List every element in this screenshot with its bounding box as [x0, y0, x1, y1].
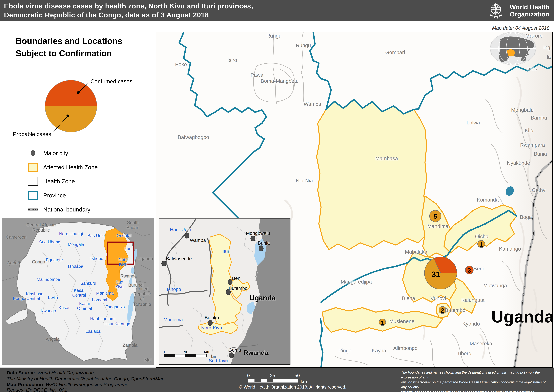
zone-label-gethy: Gethy [532, 187, 546, 193]
footer-scalebar [248, 379, 298, 383]
city-label-butembo: Butembo [229, 286, 247, 291]
footer-map-production: Map Production: WHO Health Emergencies P… [7, 382, 128, 387]
country-label-angola: Angola [46, 336, 60, 342]
city-dot-bunia [259, 245, 264, 251]
city-dot-buluko [208, 320, 213, 326]
country-label-uganda: Uganda [137, 256, 153, 261]
who-name-line1: World Health [510, 3, 549, 11]
inset-country-label-uganda: Uganda [249, 294, 276, 302]
province-label-hautkatanga: Haut Katanga [104, 322, 130, 326]
legend-item-label: Health Zone [43, 178, 75, 185]
legend-row-affected: Affected Health Zone [28, 160, 98, 174]
city-dot-wamba [184, 233, 189, 238]
inset-province-label-hautuele: Haut-Uele [170, 227, 191, 232]
zone-label-biena: Biena [402, 295, 415, 301]
probable-cases-label: Probable cases [13, 131, 51, 137]
inset-province-label-tshopo: Tshopo [166, 287, 181, 292]
province-label-maindombe: Mai ndombe [37, 277, 60, 282]
province-label-kwilu: Kwilu [48, 295, 58, 300]
province-label-lomami: Lomami [92, 298, 107, 302]
country-label-cameroon: Cameroon [6, 234, 27, 240]
confirmed-cases-label: Confirmed cases [91, 78, 132, 85]
legend-row-natl: National boundary [28, 203, 98, 217]
regional-inset[interactable]: Haut-UeleIturiTshopoManiemaNord-KivuSud-… [159, 218, 290, 365]
page: Ebola virus disease cases by health zone… [0, 0, 554, 392]
country-label-rwanda: Rwanda [120, 273, 137, 279]
zone-label-kyondo: Kyondo [463, 321, 480, 327]
inset-scale-unit: km [211, 355, 216, 358]
province-label-ituri: Ituri [124, 246, 131, 251]
zone-label-manguredjipa: Manguredjipa [341, 279, 372, 285]
who-name-line2: Organization [510, 11, 549, 18]
inset-province-label-sudkivu: Sud-Kivu [209, 358, 228, 364]
city-label-buluko: Buluko [205, 315, 219, 320]
map-production-label: Map Production [7, 382, 43, 387]
inset-scale-140: 140 [203, 350, 209, 354]
city-dot-bafwasende [161, 261, 166, 266]
city-dot-mongbwalu [251, 236, 255, 241]
legend-item-label: Major city [43, 150, 68, 156]
who-name: World Health Organization [510, 3, 549, 18]
city-dot-goma [229, 352, 234, 358]
zone-label-mutwanga: Mutwanga [483, 282, 507, 288]
zone-label-bomamangbetu: Boma-Mangbetu [261, 78, 299, 84]
drc-inset-label-layer: Central African RepublicCameroonSouth Su… [2, 218, 154, 364]
footer-request-id: Request ID: DRCE_NK_001 [7, 387, 67, 392]
map-production-text: : WHO Health Emergencies Programme [43, 382, 128, 387]
city-label-beni: Beni [232, 276, 241, 281]
province-label-nordubangi: Nord Ubangi [59, 231, 83, 236]
zone-label-bunia: Bunia [534, 151, 547, 157]
province-label-sudubangi: Sud Ubangi [39, 240, 61, 245]
city-label-goma: Goma [228, 347, 241, 353]
city-label-mongbwalu: Mongbwalu [246, 231, 270, 236]
province-label-kinshasa: Kinshasa [26, 292, 43, 296]
drc-country-inset[interactable]: Central African RepublicCameroonSouth Su… [2, 218, 154, 365]
zone-label-lolwa: Lolwa [467, 120, 480, 126]
zone-label-kayna: Kayna [372, 348, 386, 354]
zone-label-alimbongo: Alimbongo [393, 345, 417, 351]
legend-icon-box [28, 163, 38, 172]
city-dot-beni [228, 279, 232, 285]
zone-label-ingi: ingi [543, 44, 551, 50]
province-label-basuele: Bas Uele [87, 233, 105, 238]
inset-province-label-ituri: Ituri [223, 249, 230, 254]
province-label-maniema: Maniema [96, 291, 114, 296]
zone-label-bambu: Bambu [531, 115, 547, 121]
province-label-tshuapa: Tshuapa [67, 264, 83, 269]
affected-icon [28, 163, 38, 172]
disclaimer: The boundaries and names shown and the d… [401, 370, 551, 392]
zone-label-pawa: Pawa [251, 72, 263, 78]
country-label-mal: Mal [144, 357, 152, 363]
legend-icon-box [28, 191, 38, 200]
legend-item-label: National boundary [43, 206, 90, 213]
zone-label-gombari: Gombari [385, 49, 405, 56]
panel-title: Boundaries and Locations Subject to Conf… [16, 35, 122, 59]
country-label-gabon: Gabon [7, 260, 20, 266]
zone-label-butembo: Butembo [445, 307, 465, 313]
zone-label-wamba: Wamba [304, 101, 321, 107]
city-label-bunia: Bunia [258, 240, 270, 246]
province-label-kwango: Kwango [41, 308, 56, 313]
zone-label-pinga: Pinga [338, 348, 351, 354]
legend-item-label: Affected Health Zone [43, 164, 98, 171]
country-label-zambia: Zambia [123, 343, 137, 348]
country-label-southsudan: South Sudan [122, 220, 143, 230]
province-label-kasai: Kasai [59, 305, 69, 310]
regional-inset-label-layer: Haut-UeleIturiTshopoManiemaNord-KivuSud-… [159, 218, 290, 364]
major-city-icon [31, 150, 35, 156]
zone-label-la: la [547, 54, 551, 60]
zone-label-mambasa: Mambasa [375, 155, 398, 161]
natl-icon [28, 208, 38, 211]
map-date: Map date: 04 August 2018 [492, 25, 549, 31]
province-label-hautlomami: Haut Lomami [90, 316, 115, 321]
province-label-kasai: Kasai Central [72, 288, 86, 298]
province-label-tshopo: Tshopo [90, 256, 103, 261]
province-label-sud: Sud Kivu [115, 280, 124, 289]
uganda-country-label: Uganda [491, 307, 553, 326]
inset-province-label-maniema: Maniema [164, 317, 183, 322]
zone-label-oicha: Oicha [475, 233, 488, 239]
footer-scale-unit: km [301, 379, 307, 384]
legend-icon-box [28, 149, 38, 158]
title-line2: Democratic Republic of the Congo, data a… [4, 11, 253, 20]
province-label-tanganika: Tanganika [105, 305, 125, 309]
